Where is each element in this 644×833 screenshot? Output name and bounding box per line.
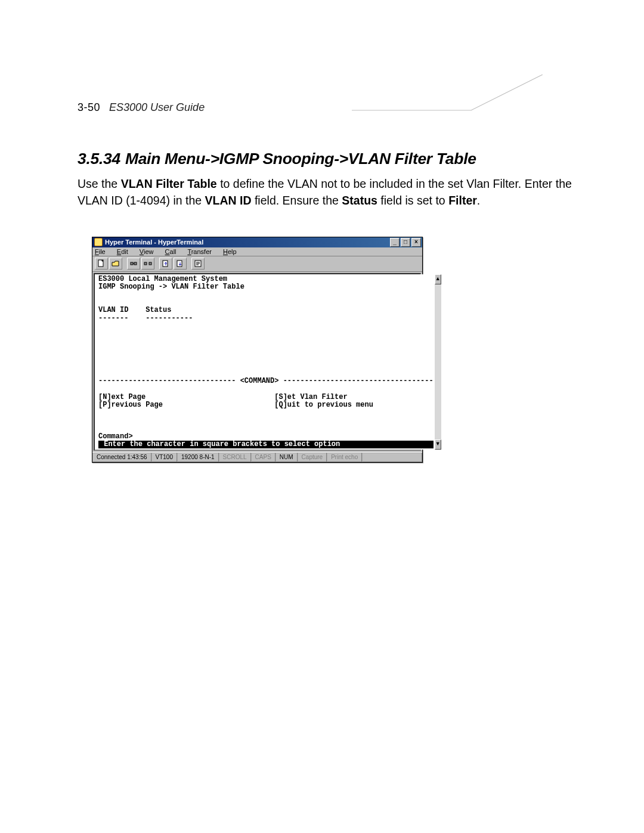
svg-rect-5 — [149, 262, 151, 265]
svg-rect-1 — [131, 262, 133, 265]
disconnect-icon[interactable] — [141, 258, 154, 270]
scroll-up-icon[interactable]: ▲ — [435, 274, 441, 284]
window-title: Hyper Terminal - HyperTerminal — [105, 239, 390, 246]
properties-icon[interactable] — [191, 258, 205, 270]
menu-file[interactable]: File — [95, 248, 110, 255]
status-num: NUM — [275, 453, 298, 462]
app-icon — [94, 238, 103, 246]
send-icon[interactable] — [159, 258, 172, 270]
open-icon[interactable] — [109, 258, 122, 270]
minimize-button[interactable]: _ — [390, 238, 400, 247]
maximize-button[interactable]: □ — [401, 238, 410, 247]
receive-icon[interactable] — [174, 258, 187, 270]
menu-call[interactable]: Call — [165, 248, 181, 255]
terminal-output[interactable]: ES3000 Local Management System IGMP Snoo… — [95, 274, 435, 450]
connect-icon[interactable] — [127, 258, 140, 270]
new-icon[interactable] — [95, 258, 108, 270]
hyperterminal-window: Hyper Terminal - HyperTerminal _ □ × Fil… — [92, 237, 423, 463]
close-button[interactable]: × — [411, 238, 421, 247]
window-titlebar[interactable]: Hyper Terminal - HyperTerminal _ □ × — [92, 237, 422, 247]
status-terminal: VT100 — [151, 453, 177, 462]
toolbar — [92, 256, 422, 272]
terminal-prompt-hint: Enter the character in square brackets t… — [98, 441, 434, 448]
page-number: 3-50 — [78, 101, 100, 113]
status-connected: Connected 1:43:56 — [92, 453, 151, 462]
menu-bar[interactable]: File Edit View Call Transfer Help — [92, 247, 422, 256]
status-bar: Connected 1:43:56 VT100 19200 8-N-1 SCRO… — [92, 452, 422, 462]
menu-help[interactable]: Help — [223, 248, 242, 255]
svg-rect-7 — [177, 261, 182, 267]
page-running-head: 3-50 ES3000 User Guide — [78, 101, 578, 114]
status-capture: Capture — [298, 453, 327, 462]
scrollbar-vertical[interactable]: ▲ ▼ — [435, 274, 441, 450]
menu-view[interactable]: View — [140, 248, 159, 255]
section-paragraph: Use the VLAN Filter Table to define the … — [78, 175, 578, 209]
menu-edit[interactable]: Edit — [117, 248, 133, 255]
status-scroll: SCROLL — [219, 453, 251, 462]
status-port: 19200 8-N-1 — [177, 453, 219, 462]
svg-rect-4 — [144, 262, 147, 265]
svg-rect-2 — [134, 262, 137, 265]
doc-title: ES3000 User Guide — [109, 101, 205, 113]
scroll-down-icon[interactable]: ▼ — [435, 439, 441, 450]
menu-transfer[interactable]: Transfer — [187, 248, 216, 255]
status-caps: CAPS — [251, 453, 275, 462]
section-heading: 3.5.34Main Menu->IGMP Snooping->VLAN Fil… — [78, 150, 578, 168]
status-printecho: Print echo — [327, 453, 362, 462]
